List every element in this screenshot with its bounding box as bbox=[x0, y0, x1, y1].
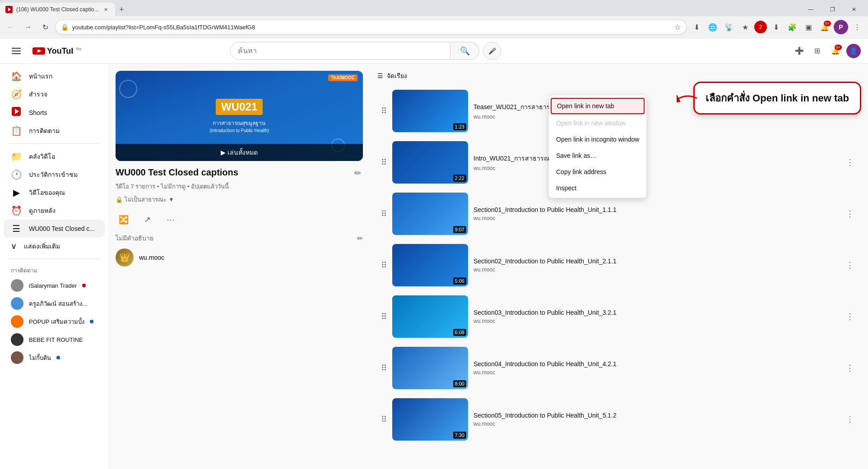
wu-code: WU021 bbox=[216, 99, 263, 115]
video-more-3[interactable]: ⋮ bbox=[843, 207, 857, 221]
tab-close-button[interactable]: ✕ bbox=[102, 6, 110, 13]
mic-button[interactable]: 🎤 bbox=[483, 42, 501, 60]
sidebar-channel-kru[interactable]: ครูอภิวัฒน์ สอนสร้าง... bbox=[4, 294, 105, 313]
header-notifications[interactable]: 🔔 9+ bbox=[828, 44, 843, 58]
refresh-button[interactable]: ↻ bbox=[38, 20, 52, 34]
close-button[interactable]: ✕ bbox=[844, 3, 864, 16]
lock-icon: 🔒 bbox=[61, 23, 69, 31]
search-input-wrap[interactable] bbox=[230, 42, 450, 60]
context-save-link-as[interactable]: Save link as… bbox=[549, 147, 646, 164]
video-info-3: Section01_Introduction to Public Health_… bbox=[473, 206, 837, 221]
sidebar-item-subscriptions[interactable]: 📋 การติดตาม bbox=[4, 122, 105, 140]
lock-icon-small: 🔒 bbox=[116, 196, 123, 203]
sidebar-item-shorts[interactable]: Shorts bbox=[4, 103, 105, 122]
play-all-button[interactable]: ▶ เล่นทั้งหมด bbox=[116, 144, 363, 161]
sidebar-channel-isalaryman[interactable]: iSalaryman Trader bbox=[4, 276, 105, 294]
hamburger-menu[interactable] bbox=[7, 42, 25, 60]
bebe-name: BEBE FIT ROUTINE bbox=[29, 336, 83, 343]
video-more-4[interactable]: ⋮ bbox=[843, 258, 857, 272]
ext1-icon[interactable]: 2 bbox=[754, 21, 767, 33]
privacy-button[interactable]: 🔒 ไม่เป็นสาธารณะ ▼ bbox=[116, 193, 174, 206]
video-item-6[interactable]: ⠿ 8:00 Section04_Introduction to Public … bbox=[377, 343, 861, 393]
sidebar-label-explore: สำรวจ bbox=[29, 89, 47, 99]
ext2-icon[interactable]: ⬇ bbox=[769, 20, 783, 34]
sidebar-item-library[interactable]: 📁 คลังวิดีโอ bbox=[4, 147, 105, 166]
sidebar-channel-user5[interactable]: ไม่กั้บต้น bbox=[4, 349, 105, 367]
edit-playlist-icon[interactable]: ✏ bbox=[353, 166, 363, 180]
sidebar-item-history[interactable]: 🕐 ประวัติการเข้าชม bbox=[4, 166, 105, 184]
video-more-7[interactable]: ⋮ bbox=[843, 412, 857, 427]
context-inspect[interactable]: Inspect bbox=[549, 180, 646, 196]
kru-avatar bbox=[11, 297, 23, 310]
search-input[interactable] bbox=[238, 47, 443, 55]
forward-button[interactable]: → bbox=[21, 20, 35, 34]
apps-button[interactable]: ⊞ bbox=[810, 44, 825, 58]
sidebar-channel-bebe[interactable]: BEBE FIT ROUTINE bbox=[4, 331, 105, 349]
share-button[interactable]: ↗ bbox=[139, 212, 155, 228]
profile-button[interactable]: P bbox=[834, 20, 848, 34]
sidebar-item-home[interactable]: 🏠 หน้าแรก bbox=[4, 67, 105, 85]
video-item-5[interactable]: ⠿ 6:08 Section03_Introduction to Public … bbox=[377, 292, 861, 341]
sidebar-item-your-videos[interactable]: ▶ วิดีโอของคุณ bbox=[4, 184, 105, 202]
download-icon[interactable]: ⬇ bbox=[689, 20, 704, 34]
notifications-icon[interactable]: 🔔 9+ bbox=[817, 20, 832, 34]
sidebar-label-library: คลังวิดีโอ bbox=[29, 152, 55, 161]
new-tab-button[interactable]: + bbox=[115, 3, 129, 16]
bookmark-icon[interactable]: ☆ bbox=[674, 23, 681, 32]
active-tab[interactable]: (106) WU000 Test Closed captio... ✕ bbox=[0, 3, 115, 16]
video-item-4[interactable]: ⠿ 5:06 Section02_Introduction to Public … bbox=[377, 240, 861, 290]
playlist-icon: ☰ bbox=[11, 223, 22, 234]
puzzle-icon[interactable]: 🧩 bbox=[785, 20, 799, 34]
video-more-5[interactable]: ⋮ bbox=[843, 309, 857, 324]
back-button[interactable]: ← bbox=[4, 20, 18, 34]
context-open-new-tab[interactable]: Open link in new tab bbox=[551, 98, 645, 114]
context-copy-link[interactable]: Copy link address bbox=[549, 164, 646, 180]
address-bar[interactable]: 🔒 youtube.com/playlist?list=PLomFq-s55LB… bbox=[55, 20, 687, 34]
sidebar-show-more[interactable]: ∨ แสดงเพิ่มเติม bbox=[4, 238, 105, 255]
header-profile[interactable]: 👤 bbox=[846, 44, 861, 58]
sidebar-item-explore[interactable]: 🧭 สำรวจ bbox=[4, 85, 105, 103]
create-button[interactable]: ➕ bbox=[792, 44, 807, 58]
context-open-new-window[interactable]: Open link in new window bbox=[549, 115, 646, 131]
context-open-incognito[interactable]: Open link in incognito window bbox=[549, 131, 646, 147]
shuffle-button[interactable]: 🔀 bbox=[116, 212, 132, 228]
sidebar-item-watch-later[interactable]: ⏰ ดูภายหลัง bbox=[4, 202, 105, 220]
notification-badge: 9+ bbox=[824, 21, 831, 26]
video-channel-5: wu.mooc bbox=[473, 318, 837, 324]
translate-icon[interactable]: 🌐 bbox=[706, 20, 720, 34]
subscriptions-icon: 📋 bbox=[11, 125, 22, 136]
cast-icon[interactable]: 📡 bbox=[722, 20, 736, 34]
star-icon[interactable]: ★ bbox=[738, 20, 752, 34]
playlist-panel: ThAIMOOC WU021 การสาธารณสุขมูลฐาน(Introd… bbox=[108, 64, 370, 469]
privacy-row: 🔒 ไม่เป็นสาธารณะ ▼ bbox=[116, 193, 363, 206]
playlist-meta: วิดีโอ 7 รายการ • ไม่มีการดู • อัปเดตแล้… bbox=[116, 182, 363, 191]
search-button[interactable]: 🔍 bbox=[450, 42, 479, 60]
playlist-thumbnail[interactable]: ThAIMOOC WU021 การสาธารณสุขมูลฐาน(Introd… bbox=[116, 71, 363, 161]
sidebar-channel-popup[interactable]: POPUP เสริมความบั้ง bbox=[4, 313, 105, 331]
mooc-badge: ThAIMOOC bbox=[328, 74, 357, 81]
thumb-duration-7: 7:30 bbox=[453, 432, 466, 439]
menu-icon[interactable]: ⋮ bbox=[850, 20, 864, 34]
minimize-button[interactable]: — bbox=[800, 3, 821, 16]
your-videos-icon: ▶ bbox=[11, 187, 22, 198]
video-info-2: Intro_WU021_การสาธารณสุขมูลฐาน in Public… bbox=[473, 153, 837, 171]
video-item-1[interactable]: ⠿ 1:23 Teaser_WU021_การสาธารณสุขมูลฐาน i… bbox=[377, 86, 861, 136]
maximize-button[interactable]: ❐ bbox=[822, 3, 843, 16]
sidebar-item-playlist[interactable]: ☰ WU000 Test Closed c... bbox=[4, 220, 105, 238]
video-more-6[interactable]: ⋮ bbox=[843, 361, 857, 375]
svg-rect-2 bbox=[12, 48, 21, 49]
user5-name: ไม่กั้บต้น bbox=[29, 353, 51, 363]
sidebar: 🏠 หน้าแรก 🧭 สำรวจ Shorts 📋 การติดตาม bbox=[0, 64, 108, 469]
more-button[interactable]: ⋯ bbox=[162, 212, 179, 228]
sort-icon: ☰ bbox=[377, 72, 383, 79]
drag-handle-1: ⠿ bbox=[381, 106, 387, 116]
svg-text:YouTube: YouTube bbox=[47, 46, 73, 55]
edit-desc-icon[interactable]: ✏ bbox=[357, 234, 363, 243]
window-controls: — ❐ ✕ bbox=[800, 3, 868, 16]
video-item-7[interactable]: ⠿ 7:30 Section05_Introduction to Public … bbox=[377, 395, 861, 444]
popup-avatar bbox=[11, 315, 23, 328]
youtube-logo[interactable]: YouTube TH bbox=[32, 46, 81, 55]
context-menu: Open link in new tab Open link in new wi… bbox=[549, 95, 646, 198]
video-more-2[interactable]: ⋮ bbox=[843, 155, 857, 170]
split-icon[interactable]: ▣ bbox=[801, 20, 816, 34]
